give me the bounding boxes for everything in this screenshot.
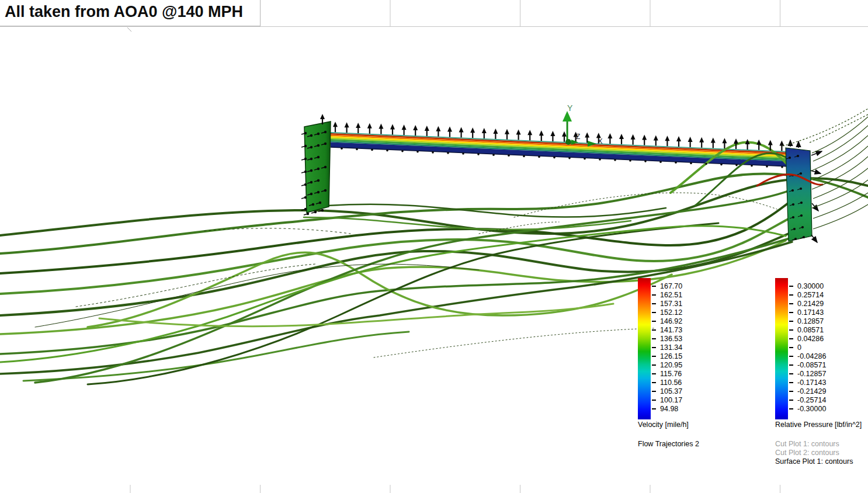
pressure-dot: [629, 159, 631, 162]
velocity-scale-value: 131.34: [652, 343, 682, 352]
pressure-dot: [307, 213, 309, 215]
left-endplate: [301, 114, 331, 215]
pressure-dot: [553, 157, 555, 159]
pressure-arrow-up: [470, 127, 475, 138]
pressure-dot: [317, 179, 320, 182]
streamline-dotted: [374, 328, 654, 357]
pressure-arrow-up: [447, 127, 452, 137]
pressure-dot: [690, 162, 692, 165]
right-endplate: [786, 140, 822, 242]
pressure-scale-value: -0.17143: [789, 379, 826, 387]
velocity-scale: 167.70 162.51 157.31 152.12 146.92 141.7…: [652, 282, 682, 414]
tick-mark: [652, 338, 656, 339]
pressure-dot: [310, 169, 313, 172]
tick-mark: [789, 294, 793, 296]
pressure-dot: [341, 148, 343, 150]
pressure-dot: [793, 228, 796, 230]
pressure-dot: [310, 193, 313, 195]
y-axis-label: Y: [567, 103, 573, 113]
tick-mark: [652, 382, 656, 383]
pressure-scale-value: 0.17143: [789, 308, 826, 317]
streamline-dotted: [514, 193, 777, 217]
velocity-scale-value: 120.95: [652, 361, 682, 370]
pressure-dot: [324, 143, 327, 145]
pressure-scale-value: -0.12857: [789, 370, 826, 379]
pressure-scale-value: 0.25714: [789, 291, 826, 300]
tick-mark: [789, 356, 793, 357]
pressure-dot: [321, 209, 324, 211]
pressure-dot: [314, 211, 317, 213]
pressure-dot: [800, 214, 803, 217]
streamline: [88, 223, 718, 384]
velocity-scale-value: 94.98: [652, 405, 682, 414]
pressure-plot-list: Cut Plot 1: contoursCut Plot 2: contours…: [775, 440, 853, 466]
pressure-arrow-up: [711, 138, 716, 148]
pressure-arrow-up: [734, 138, 738, 149]
velocity-scale-value: 167.70: [652, 282, 682, 291]
pressure-arrow-up: [482, 128, 487, 138]
tick-mark: [652, 400, 656, 401]
pressure-arrow-up: [619, 134, 624, 144]
pressure-dot: [304, 183, 307, 186]
pressure-arrow-up: [390, 124, 395, 135]
tick-mark: [789, 321, 793, 322]
velocity-scale-value: 162.51: [652, 291, 682, 300]
y-axis-shaft: [567, 121, 568, 141]
pressure-dot: [492, 154, 495, 156]
tick-mark: [652, 391, 656, 392]
pressure-arrow-up: [505, 129, 509, 140]
velocity-scale-value: 126.15: [652, 352, 682, 361]
pressure-dot: [584, 158, 586, 160]
pressure-scale-value: 0.04286: [789, 335, 826, 343]
pressure-dot: [304, 145, 307, 147]
pressure-dot: [310, 181, 313, 183]
tick-mark: [789, 338, 793, 339]
velocity-unit-label: Velocity [mile/h]: [638, 421, 689, 429]
x-axis-label: X: [598, 137, 603, 145]
pressure-arrow-up: [436, 126, 440, 137]
pressure-arrow-up: [607, 133, 612, 144]
tick-mark: [789, 303, 793, 304]
velocity-plot-list: Flow Trajectories 2: [638, 440, 699, 449]
pressure-dot: [538, 156, 540, 158]
pressure-scale-value: 0.21429: [789, 300, 826, 308]
tick-mark: [652, 294, 656, 296]
velocity-scale-value: 141.73: [652, 326, 682, 335]
pressure-dot: [312, 203, 314, 206]
pressure-dot: [751, 165, 753, 167]
pressure-arrow-up: [493, 129, 498, 139]
pressure-dot: [675, 162, 677, 164]
pressure-arrow-up: [539, 130, 544, 141]
plot-label: Cut Plot 2: contours: [775, 449, 853, 457]
pressure-dot: [659, 161, 662, 163]
pressure-dot: [371, 149, 373, 151]
pressure-dot: [801, 226, 804, 228]
velocity-scale-value: 152.12: [652, 308, 682, 317]
pressure-arrow-up: [413, 125, 418, 136]
tick-mark: [789, 286, 793, 287]
pressure-dot: [310, 146, 313, 148]
pressure-arrow-up: [516, 130, 521, 140]
tick-mark: [652, 347, 656, 348]
pressure-dot: [781, 166, 783, 168]
streamline: [0, 173, 868, 254]
pressure-dot: [477, 153, 480, 155]
pressure-dot: [324, 189, 327, 192]
screenshot-stage: Y Z X All taken from AOA0 @140 MPH 167.7…: [0, 0, 868, 493]
pressure-dot: [304, 196, 307, 199]
tick-mark: [789, 312, 793, 313]
pressure-arrow-up: [722, 138, 727, 148]
streamline: [35, 186, 800, 383]
pressure-arrow-up: [345, 122, 349, 133]
plot-label: Flow Trajectories 2: [638, 440, 699, 449]
triad-origin-sphere: [565, 139, 571, 145]
velocity-scale-value: 146.92: [652, 317, 682, 326]
tick-mark: [652, 321, 656, 322]
pressure-dot: [386, 150, 388, 152]
pressure-dot: [304, 208, 307, 210]
title-cell[interactable]: All taken from AOA0 @140 MPH: [0, 0, 261, 26]
pressure-dot: [304, 171, 307, 173]
tick-mark: [652, 312, 656, 313]
pressure-arrow-up: [631, 134, 636, 145]
pressure-dot: [317, 133, 320, 135]
